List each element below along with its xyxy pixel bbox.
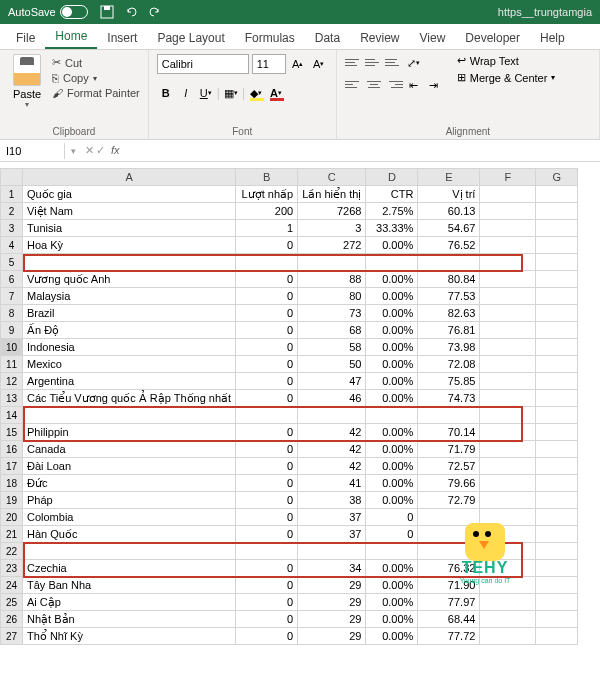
- cell[interactable]: 73.98: [418, 339, 480, 356]
- cell[interactable]: [23, 407, 236, 424]
- column-header-E[interactable]: E: [418, 169, 480, 186]
- tab-help[interactable]: Help: [530, 26, 575, 49]
- cell[interactable]: 71.90: [418, 577, 480, 594]
- tab-view[interactable]: View: [410, 26, 456, 49]
- row-header[interactable]: 18: [1, 475, 23, 492]
- cell[interactable]: [236, 407, 298, 424]
- cell[interactable]: [536, 339, 578, 356]
- row-header[interactable]: 2: [1, 203, 23, 220]
- cell[interactable]: 0: [236, 526, 298, 543]
- tab-page-layout[interactable]: Page Layout: [147, 26, 234, 49]
- cell[interactable]: Lần hiển thị: [298, 186, 366, 203]
- cell[interactable]: 0.00%: [366, 339, 418, 356]
- cell[interactable]: 29: [298, 594, 366, 611]
- cell[interactable]: Colombia: [23, 509, 236, 526]
- cell[interactable]: [23, 543, 236, 560]
- column-header-A[interactable]: A: [23, 169, 236, 186]
- row-header[interactable]: 6: [1, 271, 23, 288]
- cell[interactable]: [480, 611, 536, 628]
- column-header-B[interactable]: B: [236, 169, 298, 186]
- cell[interactable]: [23, 254, 236, 271]
- row-header[interactable]: 26: [1, 611, 23, 628]
- cell[interactable]: Quốc gia: [23, 186, 236, 203]
- row-header[interactable]: 24: [1, 577, 23, 594]
- column-header-G[interactable]: G: [536, 169, 578, 186]
- cell[interactable]: 0: [366, 509, 418, 526]
- row-header[interactable]: 25: [1, 594, 23, 611]
- cell[interactable]: [480, 288, 536, 305]
- cell[interactable]: 42: [298, 458, 366, 475]
- orientation-button[interactable]: ⤢▾: [405, 54, 423, 72]
- cell[interactable]: 76.52: [418, 237, 480, 254]
- row-header[interactable]: 21: [1, 526, 23, 543]
- cell[interactable]: CTR: [366, 186, 418, 203]
- decrease-font-button[interactable]: A▾: [310, 55, 328, 73]
- cell[interactable]: 0: [236, 611, 298, 628]
- align-left-button[interactable]: [345, 76, 363, 92]
- cell[interactable]: 0.00%: [366, 271, 418, 288]
- increase-font-button[interactable]: A▴: [289, 55, 307, 73]
- font-color-button[interactable]: A▾: [267, 84, 285, 102]
- cell[interactable]: 0.00%: [366, 611, 418, 628]
- fill-color-button[interactable]: ◆▾: [247, 84, 265, 102]
- cell[interactable]: [418, 407, 480, 424]
- chevron-down-icon[interactable]: ▾: [551, 73, 555, 82]
- tab-data[interactable]: Data: [305, 26, 350, 49]
- cell[interactable]: [480, 237, 536, 254]
- cell[interactable]: 37: [298, 509, 366, 526]
- column-header-D[interactable]: D: [366, 169, 418, 186]
- cell[interactable]: [480, 424, 536, 441]
- cell[interactable]: [480, 407, 536, 424]
- cell[interactable]: 38: [298, 492, 366, 509]
- cell[interactable]: [480, 628, 536, 645]
- cell[interactable]: 0.00%: [366, 577, 418, 594]
- cell[interactable]: [480, 356, 536, 373]
- cell[interactable]: [480, 577, 536, 594]
- cell[interactable]: 0.00%: [366, 458, 418, 475]
- chevron-down-icon[interactable]: ▾: [25, 100, 29, 109]
- tab-developer[interactable]: Developer: [455, 26, 530, 49]
- row-header[interactable]: 20: [1, 509, 23, 526]
- cell[interactable]: Pháp: [23, 492, 236, 509]
- cell[interactable]: 68.44: [418, 611, 480, 628]
- cell[interactable]: Mexico: [23, 356, 236, 373]
- cell[interactable]: Tây Ban Nha: [23, 577, 236, 594]
- cell[interactable]: 72.57: [418, 458, 480, 475]
- cell[interactable]: Nhật Bản: [23, 611, 236, 628]
- cell[interactable]: [480, 441, 536, 458]
- row-header[interactable]: 12: [1, 373, 23, 390]
- cell[interactable]: 41: [298, 475, 366, 492]
- cell[interactable]: [536, 492, 578, 509]
- fx-icon[interactable]: fx: [111, 144, 120, 157]
- cell[interactable]: 77.53: [418, 288, 480, 305]
- cell[interactable]: 0: [236, 628, 298, 645]
- copy-button[interactable]: ⎘Copy▾: [52, 72, 140, 84]
- cell[interactable]: 0: [236, 475, 298, 492]
- cell[interactable]: 88: [298, 271, 366, 288]
- cell[interactable]: 50: [298, 356, 366, 373]
- cell[interactable]: 76.32: [418, 560, 480, 577]
- cell[interactable]: Các Tiểu Vương quốc Ả Rập Thống nhất: [23, 390, 236, 407]
- cell[interactable]: [480, 322, 536, 339]
- cell[interactable]: 0.00%: [366, 424, 418, 441]
- cell[interactable]: [536, 543, 578, 560]
- enter-formula-icon[interactable]: ✓: [96, 144, 105, 157]
- cell[interactable]: 0.00%: [366, 594, 418, 611]
- cell[interactable]: 75.85: [418, 373, 480, 390]
- align-bottom-button[interactable]: [385, 54, 403, 70]
- column-header-F[interactable]: F: [480, 169, 536, 186]
- cell[interactable]: 0.00%: [366, 492, 418, 509]
- cell[interactable]: Ai Cập: [23, 594, 236, 611]
- cell[interactable]: [536, 407, 578, 424]
- cell[interactable]: [418, 254, 480, 271]
- cell[interactable]: 7268: [298, 203, 366, 220]
- cell[interactable]: [536, 322, 578, 339]
- cell[interactable]: 0.00%: [366, 560, 418, 577]
- cell[interactable]: [366, 543, 418, 560]
- row-header[interactable]: 3: [1, 220, 23, 237]
- cell[interactable]: 29: [298, 577, 366, 594]
- paste-button[interactable]: Paste: [13, 88, 41, 100]
- cancel-formula-icon[interactable]: ✕: [85, 144, 94, 157]
- cell[interactable]: [480, 339, 536, 356]
- cell[interactable]: 79.66: [418, 475, 480, 492]
